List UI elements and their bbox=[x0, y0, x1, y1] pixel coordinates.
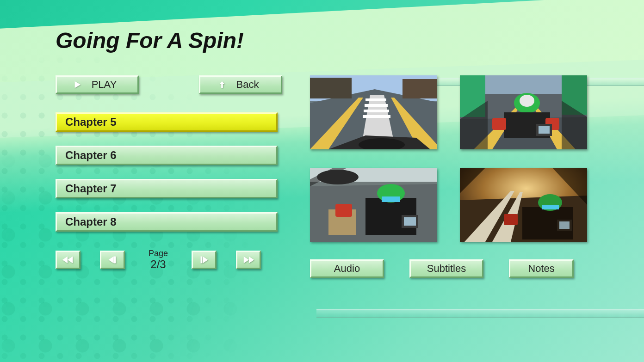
svg-rect-34 bbox=[492, 118, 506, 130]
svg-rect-21 bbox=[402, 79, 437, 98]
svg-rect-37 bbox=[539, 126, 550, 134]
svg-marker-4 bbox=[109, 257, 114, 264]
svg-rect-5 bbox=[114, 257, 116, 264]
svg-point-32 bbox=[520, 95, 534, 107]
audio-button[interactable]: Audio bbox=[310, 259, 384, 278]
subtitles-button[interactable]: Subtitles bbox=[409, 259, 483, 278]
svg-rect-20 bbox=[310, 78, 352, 98]
chapter-label: Chapter 8 bbox=[65, 215, 117, 228]
svg-rect-47 bbox=[335, 204, 352, 217]
page-title: Going For A Spin! bbox=[56, 28, 588, 53]
svg-rect-59 bbox=[504, 214, 518, 225]
play-button[interactable]: PLAY bbox=[56, 75, 139, 94]
last-page-button[interactable] bbox=[236, 251, 261, 269]
page-indicator: Page 2/3 bbox=[144, 249, 172, 270]
prev-page-button[interactable] bbox=[100, 251, 125, 269]
chapter-button-3[interactable]: Chapter 7 bbox=[56, 179, 278, 198]
svg-marker-0 bbox=[74, 81, 80, 88]
page-number: 2/3 bbox=[144, 258, 172, 270]
svg-rect-6 bbox=[201, 257, 203, 264]
chapter-button-4[interactable]: Chapter 8 bbox=[56, 212, 278, 232]
svg-rect-49 bbox=[404, 217, 416, 226]
page-label: Page bbox=[144, 249, 172, 258]
svg-rect-58 bbox=[542, 205, 559, 209]
audio-label: Audio bbox=[334, 263, 360, 275]
first-page-button[interactable] bbox=[56, 251, 80, 269]
svg-marker-8 bbox=[244, 257, 249, 264]
play-label: PLAY bbox=[92, 79, 117, 91]
chapter-label: Chapter 7 bbox=[65, 182, 117, 195]
step-back-icon bbox=[106, 255, 119, 264]
skip-forward-icon bbox=[242, 255, 255, 264]
svg-rect-15 bbox=[365, 104, 388, 107]
svg-marker-2 bbox=[68, 257, 73, 264]
svg-rect-61 bbox=[559, 221, 570, 229]
chapter-label: Chapter 6 bbox=[65, 149, 117, 162]
chapter-thumbnail-3[interactable] bbox=[310, 168, 437, 242]
up-arrow-icon bbox=[218, 80, 226, 89]
svg-rect-16 bbox=[364, 110, 389, 112]
svg-marker-7 bbox=[203, 257, 208, 264]
svg-marker-3 bbox=[62, 257, 68, 264]
step-forward-icon bbox=[198, 255, 211, 264]
chapter-button-1[interactable]: Chapter 5 bbox=[56, 112, 278, 132]
chapter-thumbnail-4[interactable] bbox=[460, 168, 587, 242]
skip-back-icon bbox=[62, 255, 74, 264]
svg-rect-17 bbox=[363, 115, 390, 118]
notes-button[interactable]: Notes bbox=[509, 259, 574, 278]
svg-marker-9 bbox=[249, 257, 254, 264]
chapter-button-2[interactable]: Chapter 6 bbox=[56, 146, 278, 165]
play-icon bbox=[73, 80, 81, 89]
next-page-button[interactable] bbox=[192, 251, 217, 269]
svg-point-51 bbox=[317, 170, 359, 184]
back-label: Back bbox=[236, 79, 259, 91]
svg-rect-14 bbox=[365, 98, 386, 101]
notes-label: Notes bbox=[528, 263, 554, 275]
chapter-label: Chapter 5 bbox=[65, 116, 117, 129]
chapter-thumbnail-2[interactable] bbox=[460, 75, 587, 149]
back-button[interactable]: Back bbox=[199, 75, 282, 94]
subtitles-label: Subtitles bbox=[427, 263, 466, 275]
svg-rect-45 bbox=[382, 196, 400, 202]
svg-marker-1 bbox=[219, 81, 224, 88]
chapter-thumbnail-1[interactable] bbox=[310, 75, 437, 149]
